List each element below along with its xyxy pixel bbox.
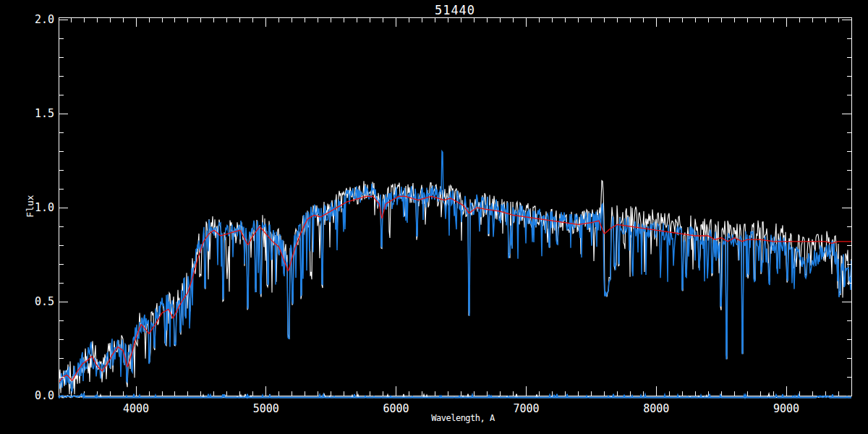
x-tick-label: 7000 (513, 402, 539, 415)
error-spectrum-blue (59, 393, 851, 397)
spectrum-viewer: 4000500060007000800090000.00.51.01.52.0 … (0, 0, 868, 434)
template-fit-red (59, 196, 851, 382)
y-tick-label: 0.0 (35, 389, 54, 402)
y-tick-label: 2.0 (35, 13, 54, 26)
x-axis-label: Wavelength, A (431, 413, 494, 423)
x-tick-label: 8000 (643, 402, 669, 415)
observed-spectrum-blue (59, 151, 851, 393)
x-tick-label: 5000 (253, 402, 279, 415)
x-tick-label: 6000 (383, 402, 409, 415)
x-tick-label: 4000 (123, 402, 149, 415)
plot-title: 51440 (435, 3, 475, 17)
spectra-group (59, 151, 851, 394)
y-axis-label: Flux (25, 195, 35, 217)
y-tick-label: 1.0 (35, 201, 54, 214)
spectrum-plot-canvas: 4000500060007000800090000.00.51.01.52.0 (0, 0, 868, 434)
y-tick-label: 0.5 (35, 295, 54, 308)
x-tick-label: 9000 (773, 402, 799, 415)
y-tick-label: 1.5 (35, 107, 54, 120)
